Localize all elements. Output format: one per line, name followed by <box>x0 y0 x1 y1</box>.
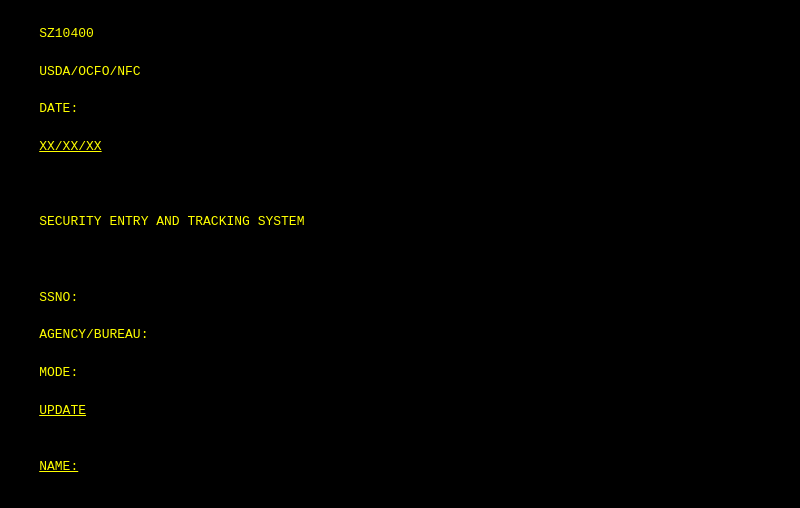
date-value: XX/XX/XX <box>39 139 101 154</box>
date-label: DATE: <box>39 101 78 116</box>
mode-value: UPDATE <box>39 403 86 418</box>
subtitle: SECURITY ENTRY AND TRACKING SYSTEM <box>39 214 304 229</box>
blank2 <box>8 496 792 508</box>
header-row2: SECURITY ENTRY AND TRACKING SYSTEM <box>8 176 792 251</box>
name-row: NAME: <box>8 439 792 496</box>
header-row1: SZ10400 USDA/OCFO/NFC DATE: XX/XX/XX <box>8 6 792 176</box>
blank1 <box>8 251 792 270</box>
system-id: SZ10400 <box>39 26 94 41</box>
org: USDA/OCFO/NFC <box>39 64 140 79</box>
mode-label: MODE: <box>39 365 78 380</box>
name-label: NAME: <box>39 459 78 474</box>
main-screen: SZ10400 USDA/OCFO/NFC DATE: XX/XX/XX SEC… <box>8 6 792 502</box>
ssno-row: SSNO: AGENCY/BUREAU: MODE: UPDATE <box>8 270 792 440</box>
ssno-label: SSNO: <box>39 290 78 305</box>
agency-label: AGENCY/BUREAU: <box>39 327 148 342</box>
